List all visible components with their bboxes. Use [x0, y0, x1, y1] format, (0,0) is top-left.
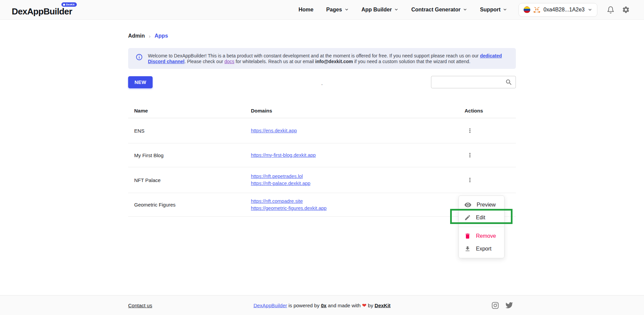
alert-text-part: . Please check our [184, 59, 224, 64]
domain-link[interactable]: https://nft.pepetrades.lol [251, 173, 303, 180]
nav-item-label: Support [480, 7, 500, 13]
table-row-my-first-blog: My First Blog https://my-first-blog.dexk… [128, 143, 516, 167]
trash-icon [464, 233, 471, 239]
new-app-button[interactable]: NEW [128, 76, 153, 88]
info-icon [136, 53, 143, 62]
nav-item-home[interactable]: Home [299, 7, 313, 13]
domain-link[interactable]: https://my-first-blog.dexkit.app [251, 152, 316, 159]
instagram-icon[interactable] [491, 302, 499, 309]
row-actions-button[interactable] [465, 150, 475, 160]
more-vertical-icon [467, 152, 473, 159]
nav-item-support[interactable]: Support [480, 7, 507, 13]
alert-text-part: if you need a custom solution that the w… [353, 59, 470, 64]
nav-item-label: Contract Generator [411, 7, 461, 13]
domain-link[interactable]: https://geometric-figures.dexkit.app [251, 205, 327, 212]
breadcrumb-apps[interactable]: Apps [155, 33, 168, 39]
table-row-geometric-figures: Geometric Figures https://nft.compadre.s… [128, 193, 516, 217]
social-links [491, 301, 516, 309]
main-content: Admin › Apps Welcome to DexAppBuilder! T… [0, 20, 644, 295]
apps-table: Name Domains Actions ENS https://ens.dex… [128, 103, 516, 217]
top-app-bar: DexAppBuilder DexKit Home Pages App Buil… [0, 0, 644, 20]
column-header-domains: Domains [251, 108, 465, 114]
page-footer: Contact us DexAppBuilder is powered by 0… [0, 295, 644, 315]
table-header-row: Name Domains Actions [128, 103, 516, 118]
breadcrumb: Admin › Apps [128, 20, 516, 39]
dexkit-dot-icon [63, 4, 65, 6]
menu-item-remove[interactable]: Remove [459, 230, 504, 242]
app-name: Geometric Figures [128, 202, 251, 208]
nav-item-label: Pages [326, 7, 342, 13]
more-vertical-icon [467, 177, 473, 183]
alert-text-part: Welcome to DexAppBuilder! This is a beta… [148, 53, 480, 58]
menu-item-label: Remove [476, 233, 496, 239]
pencil-icon [464, 214, 471, 221]
row-actions-button[interactable] [465, 175, 475, 185]
menu-item-label: Export [476, 246, 491, 252]
chevron-down-icon [588, 7, 592, 12]
search-input[interactable] [431, 76, 516, 88]
nav-item-contract-generator[interactable]: Contract Generator [411, 7, 467, 13]
wallet-address: 0xa4B28...1A2e3 [543, 7, 585, 13]
support-email: info@dexkit.com [315, 59, 353, 64]
domain-link[interactable]: https://nft-palace.dexkit.app [251, 180, 310, 187]
welcome-info-alert: Welcome to DexAppBuilder! This is a beta… [128, 48, 516, 69]
download-icon [464, 245, 471, 252]
menu-item-label: Preview [477, 202, 496, 208]
gear-icon [622, 6, 630, 14]
search-icon[interactable] [505, 79, 513, 86]
nav-item-label: App Builder [362, 7, 392, 13]
menu-item-edit[interactable]: Edit [459, 211, 504, 224]
column-header-name: Name [128, 108, 251, 114]
twitter-icon[interactable] [505, 301, 513, 309]
main-nav: Home Pages App Builder Contract Generato… [299, 7, 507, 13]
settings-button[interactable] [620, 4, 632, 16]
footer-dexkit-link[interactable]: DexKit [375, 303, 391, 308]
logo-beta-badge: DexKit [61, 2, 77, 7]
chevron-down-icon [344, 7, 349, 13]
row-actions-button[interactable] [465, 126, 475, 135]
search-box [431, 76, 516, 88]
app-name: NFT Palace [128, 177, 251, 183]
stray-dot-text: . [321, 81, 323, 86]
alert-text-part: for whitelabels. Reach us at our email [234, 59, 315, 64]
heart-icon: ❤ [362, 303, 366, 308]
domain-link[interactable]: https://ens.dexkit.app [251, 127, 297, 134]
chevron-down-icon [463, 7, 467, 13]
apps-toolbar: NEW . [128, 76, 516, 88]
footer-text-part: and made with [326, 303, 362, 308]
wallet-account-button[interactable]: 0xa4B28...1A2e3 [519, 3, 597, 17]
footer-dexappbuilder-link[interactable]: DexAppBuilder [254, 303, 287, 308]
chevron-down-icon [503, 7, 507, 13]
contact-us-link[interactable]: Contact us [128, 303, 152, 308]
app-name: My First Blog [128, 152, 251, 158]
row-actions-menu: Preview Edit Remove Export [459, 195, 504, 258]
notifications-button[interactable] [605, 4, 616, 16]
eye-icon [464, 201, 472, 209]
table-row-nft-palace: NFT Palace https://nft.pepetrades.lol ht… [128, 167, 516, 193]
docs-link[interactable]: docs [224, 59, 234, 64]
nav-item-pages[interactable]: Pages [326, 7, 348, 13]
menu-item-export[interactable]: Export [459, 242, 504, 255]
logo-badge-label: DexKit [66, 3, 74, 6]
app-logo[interactable]: DexAppBuilder DexKit [12, 4, 72, 16]
venezuela-flag-avatar [524, 6, 530, 13]
alert-message: Welcome to DexAppBuilder! This is a beta… [148, 53, 509, 64]
breadcrumb-separator: › [149, 33, 151, 39]
menu-item-label: Edit [476, 215, 485, 221]
domain-link[interactable]: https://nft.compadre.site [251, 198, 303, 205]
menu-item-preview[interactable]: Preview [459, 198, 504, 211]
table-row-ens: ENS https://ens.dexkit.app [128, 118, 516, 143]
footer-text-part: by [367, 303, 375, 308]
footer-0x-link[interactable]: 0x [321, 303, 327, 308]
bell-icon [607, 6, 614, 14]
footer-text-part: is powered by [287, 303, 321, 308]
menu-divider [459, 227, 504, 227]
column-header-actions: Actions [465, 108, 516, 114]
breadcrumb-admin: Admin [128, 33, 145, 39]
footer-credits: DexAppBuilder is powered by 0x and made … [254, 302, 391, 309]
nav-item-app-builder[interactable]: App Builder [362, 7, 399, 13]
more-vertical-icon [467, 127, 473, 134]
metamask-fox-icon [533, 7, 540, 13]
chevron-down-icon [394, 7, 398, 13]
app-name: ENS [128, 128, 251, 134]
